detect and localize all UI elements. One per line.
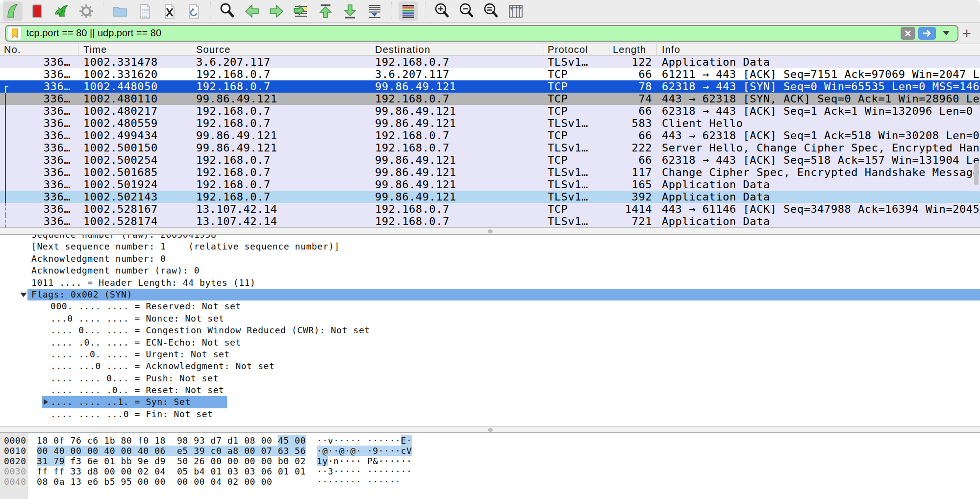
go-back-button[interactable] xyxy=(242,1,262,21)
packet-row[interactable]: 336…1002.480559192.168.0.799.86.49.121TL… xyxy=(0,117,980,129)
hex-row[interactable]: 0030ff ff 33 d8 00 00 02 04 05 b4 01 03 … xyxy=(0,466,980,476)
packet-row[interactable]: 336…1002.502143192.168.0.799.86.49.121TL… xyxy=(0,191,980,203)
packet-row[interactable]: 336…1002.52816713.107.42.14192.168.0.7TC… xyxy=(0,203,980,215)
filter-clear-button[interactable] xyxy=(901,27,915,40)
packet-row[interactable]: 336…1002.480217192.168.0.799.86.49.121TC… xyxy=(0,105,980,117)
detail-line[interactable]: .... .... 0... = Push: Not set xyxy=(0,373,980,384)
hex-row[interactable]: 000018 0f 76 c6 1b 80 f0 18 98 93 d7 d1 … xyxy=(0,435,980,446)
packet-row[interactable]: 336…1002.500254192.168.0.799.86.49.121TC… xyxy=(0,154,980,166)
go-first-button[interactable] xyxy=(316,1,335,21)
detail-line[interactable]: .... ...0 .... = Acknowledgment: Not set xyxy=(0,360,980,372)
zoom-out-button[interactable] xyxy=(457,1,477,21)
auto-scroll-button[interactable] xyxy=(365,1,384,21)
hex-ascii[interactable]: ··3····· ········ xyxy=(306,466,412,476)
detail-line[interactable]: 1011 .... = Header Length: 44 bytes (11) xyxy=(0,277,980,289)
packet-row[interactable]: 336…1002.501924192.168.0.799.86.49.121TL… xyxy=(0,178,980,191)
open-file-button[interactable] xyxy=(110,1,130,21)
column-header-no[interactable]: No. xyxy=(0,44,78,55)
toolbar-separator xyxy=(210,2,211,20)
filter-bookmark-button[interactable] xyxy=(8,26,22,40)
filter-add-button[interactable]: + xyxy=(958,25,975,42)
restart-capture-button[interactable] xyxy=(52,1,72,21)
filter-dropdown-caret[interactable] xyxy=(943,31,950,35)
hex-ascii[interactable]: ··v····· ······E· xyxy=(306,435,412,446)
column-header-protocol[interactable]: Protocol xyxy=(544,44,609,55)
column-header-length[interactable]: Length xyxy=(609,44,657,55)
find-packet-button[interactable] xyxy=(218,1,237,21)
go-forward-button[interactable] xyxy=(267,1,286,21)
go-to-packet-button[interactable] xyxy=(291,1,311,21)
column-header-source[interactable]: Source xyxy=(191,44,370,55)
cell-destination: 99.86.49.121 xyxy=(370,191,544,203)
cell-no: 336… xyxy=(10,93,78,105)
column-header-info[interactable]: Info xyxy=(657,44,980,55)
detail-line[interactable]: ...0 .... .... = Nonce: Not set xyxy=(0,313,980,324)
hex-ascii[interactable]: ·@··@·@· ·9····cV xyxy=(306,446,412,456)
detail-line[interactable]: Sequence number (raw): 2665041958 xyxy=(0,235,980,241)
filter-apply-button[interactable] xyxy=(918,27,936,40)
expander-down-icon[interactable] xyxy=(20,293,27,297)
capture-options-button[interactable] xyxy=(76,1,96,21)
detail-line[interactable]: Flags: 0x002 (SYN) xyxy=(0,289,980,300)
cell-source: 192.168.0.7 xyxy=(191,191,370,203)
pane-splitter[interactable] xyxy=(0,227,980,235)
hex-ascii[interactable]: 1y·n···· P&······ xyxy=(306,456,412,466)
close-file-button[interactable] xyxy=(159,1,179,21)
packet-row[interactable]: 336…1002.52817413.107.42.14192.168.0.7TL… xyxy=(0,215,980,227)
go-last-button[interactable] xyxy=(340,1,360,21)
reload-file-button[interactable] xyxy=(184,1,203,21)
detail-line[interactable]: .... .... ..1. = Syn: Set xyxy=(0,396,980,408)
hex-bytes[interactable]: 18 0f 76 c6 1b 80 f0 18 98 93 d7 d1 08 0… xyxy=(28,435,306,446)
zoom-in-button[interactable] xyxy=(432,1,452,21)
zoom-reset-button[interactable] xyxy=(481,1,501,21)
resize-columns-button[interactable] xyxy=(506,1,526,21)
detail-line[interactable]: .... ..0. .... = Urgent: Not set xyxy=(0,349,980,360)
cell-time: 1002.480110 xyxy=(78,93,191,105)
colorize-button[interactable] xyxy=(399,1,418,21)
detail-line[interactable]: .... .... .0.. = Reset: Not set xyxy=(0,384,980,396)
cell-time: 1002.501685 xyxy=(78,166,191,178)
packet-row[interactable]: 336…1002.501685192.168.0.799.86.49.121TL… xyxy=(0,166,980,178)
filter-input[interactable]: tcp.port == 80 || udp.port == 80 xyxy=(22,27,901,39)
packet-row[interactable]: 336…1002.48011099.86.49.121192.168.0.7TC… xyxy=(0,93,980,105)
packet-row[interactable]: 336…1002.331620192.168.0.73.6.207.117TCP… xyxy=(0,68,980,80)
packet-row[interactable]: 336…1002.49943499.86.49.121192.168.0.7TC… xyxy=(0,129,980,142)
cell-info: Application Data xyxy=(657,215,980,227)
expander-right-icon[interactable] xyxy=(44,399,48,405)
close-icon xyxy=(903,28,913,38)
column-header-time[interactable]: Time xyxy=(78,44,191,55)
wireshark-fin-icon xyxy=(4,2,22,20)
packet-row[interactable]: 336…1002.3314783.6.207.117192.168.0.7TLS… xyxy=(0,56,980,68)
cell-destination: 192.168.0.7 xyxy=(370,215,544,227)
scrollbar-thumb[interactable] xyxy=(974,163,979,185)
toolbar-separator xyxy=(391,2,392,20)
detail-line[interactable]: Acknowledgment number (raw): 0 xyxy=(0,265,980,276)
zoom-out-icon xyxy=(458,2,476,20)
stop-capture-button[interactable] xyxy=(27,1,47,21)
column-header-destination[interactable]: Destination xyxy=(370,44,544,55)
detail-line[interactable]: .... 0... .... = Congestion Window Reduc… xyxy=(0,324,980,336)
hex-row[interactable]: 001000 40 00 00 40 00 40 06 e5 39 c0 a8 … xyxy=(0,446,980,456)
hex-ascii[interactable]: ········ ······ xyxy=(306,476,401,487)
hex-bytes[interactable]: 08 0a 13 e6 b5 95 00 00 00 00 04 02 00 0… xyxy=(28,476,306,487)
detail-line[interactable]: [Next sequence number: 1 (relative seque… xyxy=(0,241,980,252)
start-capture-button[interactable] xyxy=(3,1,23,21)
packet-row[interactable]: 336…1002.448050192.168.0.799.86.49.121TC… xyxy=(0,80,980,93)
detail-line[interactable]: .... .... ...0 = Fin: Not set xyxy=(0,408,980,420)
cell-info: 62318 → 443 [ACK] Seq=518 Ack=157 Win=13… xyxy=(657,154,980,166)
pane-splitter[interactable] xyxy=(0,426,980,433)
display-filter-field[interactable]: tcp.port == 80 || udp.port == 80 xyxy=(5,25,958,42)
cell-destination: 99.86.49.121 xyxy=(370,154,544,166)
hex-row[interactable]: 002031 79 f3 6e 01 bb 9e d9 50 26 00 00 … xyxy=(0,456,980,466)
detail-line[interactable]: Acknowledgment number: 0 xyxy=(0,253,980,265)
cell-protocol: TCP xyxy=(544,203,609,215)
hex-bytes[interactable]: ff ff 33 d8 00 00 02 04 05 b4 01 03 03 0… xyxy=(28,466,306,476)
hex-row[interactable]: 004008 0a 13 e6 b5 95 00 00 00 00 04 02 … xyxy=(0,476,980,487)
hex-bytes[interactable]: 31 79 f3 6e 01 bb 9e d9 50 26 00 00 00 0… xyxy=(28,456,306,466)
hex-bytes[interactable]: 00 40 00 00 40 00 40 06 e5 39 c0 a8 00 0… xyxy=(28,446,306,456)
cell-time: 1002.480217 xyxy=(78,105,191,117)
detail-line[interactable]: .... .0.. .... = ECN-Echo: Not set xyxy=(0,337,980,349)
packet-row[interactable]: 336…1002.50015099.86.49.121192.168.0.7TL… xyxy=(0,142,980,154)
save-file-button[interactable]: 011010110101 xyxy=(135,1,154,21)
detail-line[interactable]: 000. .... .... = Reserved: Not set xyxy=(0,300,980,312)
